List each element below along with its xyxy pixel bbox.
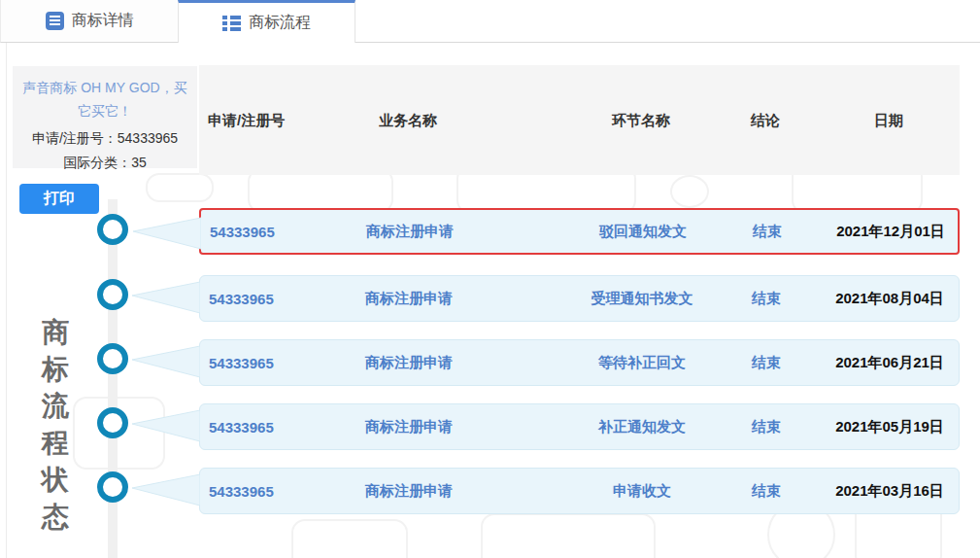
international-class: 国际分类：35 — [20, 151, 189, 175]
header-step: 环节名称 — [612, 111, 670, 129]
table-row[interactable]: 54333965 商标注册申请 驳回通知发文 结束 2021年12月01日 — [199, 208, 960, 255]
cell-result: 结束 — [752, 354, 781, 372]
cell-date: 2021年12月01日 — [836, 223, 945, 241]
cell-result: 结束 — [753, 223, 782, 241]
header-business: 业务名称 — [379, 111, 437, 129]
cell-business: 商标注册申请 — [365, 418, 453, 436]
tab-trademark-details[interactable]: 商标详情 — [0, 0, 178, 43]
table-row[interactable]: 54333965 商标注册申请 申请收文 结束 2021年03月16日 — [199, 468, 960, 514]
cell-date: 2021年06月21日 — [835, 354, 944, 372]
table-row[interactable]: 54333965 商标注册申请 受理通知书发文 结束 2021年08月04日 — [199, 275, 960, 322]
timeline-node — [97, 279, 128, 310]
content-left-border — [6, 43, 7, 558]
trademark-flow-page: 商标详情 商标流程 声音商标 OH MY GOD，买它买它！ 申请/注册号：54… — [0, 0, 980, 558]
timeline-node — [97, 471, 128, 503]
cell-reg-no: 54333965 — [209, 355, 274, 371]
document-icon — [46, 12, 64, 30]
cell-step: 驳回通知发文 — [599, 223, 687, 241]
cell-date: 2021年08月04日 — [835, 290, 944, 308]
timeline-node — [97, 343, 128, 374]
table-row[interactable]: 54333965 商标注册申请 补正通知发文 结束 2021年05月19日 — [199, 403, 960, 450]
registration-number: 申请/注册号：54333965 — [20, 126, 189, 151]
watermark-shape — [291, 519, 408, 558]
cell-result: 结束 — [752, 418, 781, 436]
table-row[interactable]: 54333965 商标注册申请 等待补正回文 结束 2021年06月21日 — [199, 339, 960, 386]
row-pointer — [130, 404, 200, 447]
trademark-info-card: 声音商标 OH MY GOD，买它买它！ 申请/注册号：54333965 国际分… — [13, 66, 197, 168]
watermark-shape — [146, 173, 214, 202]
cell-business: 商标注册申请 — [365, 354, 453, 372]
row-pointer — [130, 469, 200, 511]
header-result: 结论 — [751, 111, 780, 129]
tab-bar: 商标详情 商标流程 — [0, 0, 980, 43]
header-reg-no: 申请/注册号 — [208, 111, 285, 129]
timeline-node — [97, 214, 128, 245]
cell-reg-no: 54333965 — [209, 419, 274, 436]
cell-business: 商标注册申请 — [365, 482, 453, 501]
cell-step: 等待补正回文 — [598, 354, 686, 372]
cell-business: 商标注册申请 — [366, 223, 454, 241]
cell-result: 结束 — [752, 482, 781, 501]
watermark-shape — [481, 513, 656, 558]
timeline-track — [108, 199, 118, 558]
table-header: 申请/注册号 业务名称 环节名称 结论 日期 — [199, 65, 960, 175]
tab-label: 商标详情 — [72, 11, 134, 31]
watermark-shape — [670, 175, 709, 208]
row-pointer — [131, 210, 201, 253]
header-date: 日期 — [874, 111, 903, 129]
row-pointer — [130, 340, 200, 383]
tab-trademark-flow[interactable]: 商标流程 — [178, 0, 355, 43]
trademark-name: 声音商标 OH MY GOD，买它买它！ — [20, 76, 189, 122]
timeline-node — [97, 407, 128, 438]
tab-label: 商标流程 — [249, 13, 311, 33]
row-pointer — [130, 276, 200, 319]
list-icon — [222, 16, 241, 31]
cell-step: 受理通知书发文 — [591, 290, 693, 308]
cell-reg-no: 54333965 — [209, 291, 274, 307]
print-button[interactable]: 打印 — [19, 184, 99, 214]
tab-bar-filler — [355, 0, 980, 43]
cell-reg-no: 54333965 — [209, 483, 274, 500]
cell-business: 商标注册申请 — [365, 290, 453, 308]
vertical-title-trademark-flow-status: 商 标 流 程 状 态 — [41, 319, 70, 531]
cell-result: 结束 — [752, 290, 781, 308]
cell-step: 申请收文 — [613, 482, 671, 501]
cell-reg-no: 54333965 — [210, 224, 275, 240]
cell-date: 2021年05月19日 — [835, 418, 944, 436]
cell-date: 2021年03月16日 — [835, 482, 944, 501]
cell-step: 补正通知发文 — [598, 418, 686, 436]
